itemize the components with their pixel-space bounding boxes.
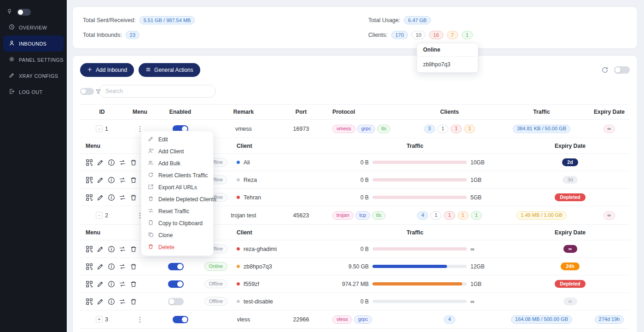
- info-icon[interactable]: [108, 263, 115, 270]
- client-count-badge[interactable]: 1: [437, 125, 448, 133]
- filter-toggle[interactable]: [80, 88, 94, 95]
- edit-icon[interactable]: [97, 159, 104, 166]
- client-row-f559zf: Offline f559zf 974.27 MB 1GB Depleted: [80, 275, 630, 293]
- swap-icon: [148, 208, 154, 215]
- edit-icon[interactable]: [97, 280, 104, 288]
- edit-icon[interactable]: [97, 263, 104, 270]
- row-menu-button[interactable]: ⋮: [134, 315, 146, 324]
- edit-icon[interactable]: [97, 194, 104, 201]
- general-actions-button[interactable]: General Actions: [139, 63, 200, 77]
- traffic-badge: 384.81 KB / 50.00 GB: [513, 125, 570, 133]
- menu-item-delete[interactable]: Delete: [141, 241, 213, 253]
- menu-item-reset-clients-traffic[interactable]: Reset Clients Traffic: [141, 169, 213, 181]
- info-icon[interactable]: [108, 194, 115, 201]
- info-icon[interactable]: [108, 176, 115, 184]
- swap-icon[interactable]: [119, 280, 126, 288]
- menu-item-export-all-urls[interactable]: Export All URLs: [141, 181, 213, 193]
- menu-item-add-bulk[interactable]: Add Bulk: [141, 157, 213, 169]
- menu-item-edit[interactable]: Edit: [141, 134, 213, 146]
- inbound-port: 45623: [283, 212, 319, 219]
- client-count-badge[interactable]: 3: [424, 125, 435, 133]
- client-enabled-toggle[interactable]: [168, 280, 184, 288]
- qr-code-icon[interactable]: [86, 176, 93, 184]
- clients-count-depleted[interactable]: 16: [429, 31, 443, 39]
- col-header-port: Port: [283, 109, 319, 115]
- client-count-badge[interactable]: 1: [464, 125, 475, 133]
- swap-icon[interactable]: [119, 298, 126, 305]
- traffic-bar: [372, 300, 467, 303]
- expand-button[interactable]: +: [96, 316, 103, 323]
- theme-toggle[interactable]: [17, 9, 31, 16]
- client-row-test-disable: Offline test-disable 0 B ∞ ∞: [80, 293, 630, 310]
- qr-code-icon[interactable]: [86, 159, 93, 166]
- trash-icon[interactable]: [130, 176, 137, 184]
- info-icon[interactable]: [108, 298, 115, 305]
- traffic-total: 10GB: [467, 159, 511, 166]
- client-count-badge[interactable]: 4: [417, 211, 428, 220]
- traffic-total: ∞: [467, 246, 511, 252]
- edit-icon[interactable]: [97, 298, 104, 305]
- auto-refresh-toggle[interactable]: [614, 66, 630, 74]
- swap-icon[interactable]: [119, 194, 126, 201]
- clients-count-disabled[interactable]: 10: [412, 31, 425, 39]
- client-enabled-toggle[interactable]: [168, 298, 184, 305]
- inbound-remark: vmess: [204, 126, 283, 132]
- menu-item-copy-to-clipboard[interactable]: Copy to Clipboard: [141, 217, 213, 229]
- clients-count-online[interactable]: 1: [462, 31, 473, 39]
- client-count-badge[interactable]: 1: [451, 125, 462, 133]
- sidebar-item-log-out[interactable]: LOG OUT: [3, 84, 64, 100]
- edit-icon[interactable]: [97, 176, 104, 184]
- popover-client-name[interactable]: zb8hpo7q3: [417, 57, 478, 72]
- info-icon[interactable]: [108, 245, 115, 253]
- client-enabled-toggle[interactable]: [168, 263, 184, 270]
- qr-code-icon[interactable]: [86, 263, 93, 270]
- trash-icon[interactable]: [130, 280, 137, 288]
- swap-icon[interactable]: [119, 263, 126, 270]
- search-input[interactable]: [99, 85, 216, 98]
- trash-icon[interactable]: [130, 298, 137, 305]
- info-icon[interactable]: [108, 159, 115, 166]
- traffic-bar: [372, 161, 467, 164]
- trash-icon[interactable]: [130, 245, 137, 253]
- clients-count-expiring[interactable]: 7: [447, 31, 458, 39]
- sidebar-item-panel-settings[interactable]: PANEL SETTINGS: [3, 52, 64, 68]
- menu-item-delete-depleted-clients[interactable]: Delete Depleted Clients: [141, 193, 213, 205]
- trash-icon[interactable]: [130, 194, 137, 201]
- main-content: Total Sent/Received: 5.51 GB / 987.54 MB…: [67, 0, 644, 332]
- trash-icon[interactable]: [130, 263, 137, 270]
- qr-code-icon[interactable]: [86, 245, 93, 253]
- qr-code-icon[interactable]: [86, 194, 93, 201]
- info-icon[interactable]: [108, 280, 115, 288]
- col-header-remark: Remark: [204, 109, 283, 115]
- client-count-badge[interactable]: 1: [430, 211, 441, 220]
- col-header-menu: Menu: [124, 109, 156, 115]
- client-count-badge[interactable]: 1: [471, 211, 482, 220]
- add-inbound-button[interactable]: Add Inbound: [80, 63, 134, 77]
- pen-icon: [9, 72, 15, 79]
- collapse-button[interactable]: -: [96, 212, 103, 219]
- reset-clients-traffic-icon: [148, 172, 154, 179]
- trash-icon[interactable]: [130, 159, 137, 166]
- client-name: f559zf: [244, 281, 259, 287]
- enabled-toggle[interactable]: [173, 316, 188, 323]
- swap-icon[interactable]: [119, 159, 126, 166]
- edit-icon[interactable]: [97, 245, 104, 253]
- menu-item-add-client[interactable]: Add Client: [141, 146, 213, 157]
- qr-code-icon[interactable]: [86, 280, 93, 288]
- refresh-icon[interactable]: [601, 66, 609, 74]
- clients-count-total[interactable]: 170: [391, 31, 408, 39]
- swap-icon[interactable]: [119, 176, 126, 184]
- collapse-button[interactable]: -: [96, 125, 103, 132]
- swap-icon[interactable]: [119, 245, 126, 253]
- sidebar-item-xray-configs[interactable]: XRAY CONFIGS: [3, 68, 64, 84]
- sidebar-item-overview[interactable]: OVERVIEW: [3, 19, 64, 35]
- client-count-badge[interactable]: 1: [444, 211, 455, 220]
- menu-item-reset-traffic[interactable]: Reset Traffic: [141, 205, 213, 217]
- qr-code-icon[interactable]: [86, 298, 93, 305]
- traffic-used: 0 B: [319, 159, 372, 166]
- search-row: [80, 85, 630, 98]
- menu-item-clone[interactable]: Clone: [141, 229, 213, 241]
- sidebar-item-inbounds[interactable]: INBOUNDS: [3, 35, 64, 52]
- client-count-badge[interactable]: 1: [458, 211, 469, 220]
- client-count-badge[interactable]: 4: [444, 315, 455, 324]
